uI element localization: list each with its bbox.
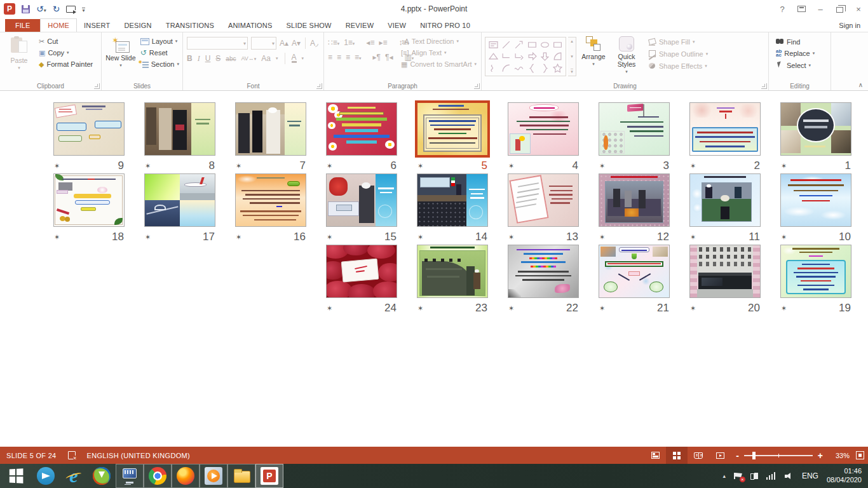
slide-image-14[interactable]: [417, 173, 488, 227]
slide-image-15[interactable]: [326, 173, 397, 227]
shape-glyph-9[interactable]: [527, 51, 537, 61]
slide-thumbnail-6[interactable]: ✶6: [326, 102, 397, 172]
slide-image-11[interactable]: [689, 173, 761, 227]
rtl-direction-button[interactable]: ▸¶: [373, 53, 381, 62]
minimize-button[interactable]: –: [811, 1, 830, 17]
slide-image-19[interactable]: [780, 245, 851, 298]
slide-image-3[interactable]: [599, 102, 670, 156]
reading-view-button[interactable]: [688, 447, 709, 464]
slide-thumbnail-18[interactable]: ✶18: [53, 173, 125, 243]
text-direction-button[interactable]: ↕AText Direction▾: [399, 37, 478, 46]
taskbar-firefox-button[interactable]: [172, 464, 200, 488]
format-painter-button[interactable]: ◆Format Painter: [37, 60, 95, 69]
arrange-button[interactable]: Arrange▾: [576, 34, 611, 67]
clear-formatting-button[interactable]: A◞: [310, 39, 318, 48]
paste-button[interactable]: Paste▾: [1, 34, 37, 71]
shape-glyph-5[interactable]: [553, 40, 562, 50]
taskbar-powerpoint-button[interactable]: P: [255, 464, 283, 488]
align-center-button[interactable]: ≡: [337, 53, 341, 62]
zoom-slider[interactable]: [744, 455, 813, 456]
paragraph-dialog-launcher[interactable]: [474, 83, 480, 89]
shrink-font-button[interactable]: A▾: [292, 39, 301, 48]
gallery-down-icon[interactable]: ▾: [571, 54, 573, 59]
slide-thumbnail-5[interactable]: ✶5: [417, 102, 488, 172]
layout-button[interactable]: Layout▾: [139, 37, 181, 46]
slide-thumbnail-17[interactable]: ✶17: [144, 173, 215, 243]
restore-button[interactable]: [830, 1, 849, 17]
slide-thumbnail-24[interactable]: ✶24: [326, 245, 397, 315]
slide-thumbnail-10[interactable]: ✶10: [780, 173, 851, 243]
abc-strike-button[interactable]: abc: [226, 55, 236, 62]
slide-thumbnail-7[interactable]: ✶7: [235, 102, 306, 172]
powerpoint-logo-icon[interactable]: P: [4, 3, 15, 15]
gallery-more-icon[interactable]: ▾: [571, 69, 573, 74]
character-spacing-button[interactable]: AV↔▾: [241, 55, 256, 62]
shape-glyph-4[interactable]: [540, 40, 550, 50]
show-hidden-icons-icon[interactable]: ▴: [722, 473, 726, 479]
slide-image-18[interactable]: [53, 173, 125, 227]
shape-glyph-12[interactable]: [489, 64, 498, 73]
spell-check-icon[interactable]: [68, 451, 76, 459]
align-left-button[interactable]: ≡: [328, 53, 332, 62]
zoom-in-button[interactable]: +: [818, 451, 823, 461]
taskbar-telegram-button[interactable]: [32, 464, 60, 488]
slide-thumbnail-11[interactable]: ✶11: [689, 173, 761, 243]
slide-image-17[interactable]: [144, 173, 215, 227]
start-button[interactable]: [0, 464, 32, 488]
shape-glyph-1[interactable]: [501, 40, 511, 50]
slide-thumbnail-9[interactable]: ✶9: [53, 102, 125, 172]
shapes-gallery-scroll[interactable]: ▴ ▾ ▾: [568, 37, 576, 76]
sign-in-link[interactable]: Sign in: [839, 22, 860, 29]
tab-slide-show[interactable]: SLIDE SHOW: [280, 19, 339, 32]
slide-thumbnail-15[interactable]: ✶15: [326, 173, 397, 243]
reset-button[interactable]: ↺Reset: [139, 48, 181, 57]
grow-font-button[interactable]: A▴: [280, 39, 288, 48]
slide-sorter-canvas[interactable]: ✶9✶8✶7✶6✶5✶4✶3✶2✶1✶18✶17✶16✶15✶14✶13✶12✶…: [0, 92, 868, 447]
italic-button[interactable]: I: [198, 54, 200, 64]
clock[interactable]: 01:46 08/04/2020: [827, 467, 862, 485]
slide-image-7[interactable]: [235, 102, 306, 156]
shapes-gallery[interactable]: [485, 37, 566, 76]
shape-glyph-3[interactable]: [527, 40, 537, 50]
underline-button[interactable]: U: [205, 54, 211, 63]
font-size-combo[interactable]: ▾: [251, 37, 276, 50]
gallery-up-icon[interactable]: ▴: [571, 39, 573, 44]
taskbar-media-player-button[interactable]: [200, 464, 227, 488]
zoom-slider-thumb[interactable]: [752, 452, 756, 459]
taskbar-file-explorer-button[interactable]: [227, 464, 255, 488]
slide-image-4[interactable]: [508, 102, 579, 156]
network-signal-icon[interactable]: [766, 472, 776, 480]
slide-image-21[interactable]: [599, 245, 670, 298]
slide-image-22[interactable]: [508, 245, 579, 298]
shape-effects-button[interactable]: Shape Effects▾: [646, 61, 710, 71]
shape-fill-button[interactable]: Shape Fill▾: [646, 37, 710, 46]
slide-thumbnail-20[interactable]: ✶20: [689, 245, 761, 315]
drawing-dialog-launcher[interactable]: [761, 83, 767, 89]
taskbar-chrome-button[interactable]: [144, 464, 172, 488]
undo-dropdown-icon[interactable]: ▾: [44, 8, 46, 13]
slide-image-1[interactable]: [780, 102, 851, 156]
shape-glyph-13[interactable]: [501, 64, 511, 73]
tab-insert[interactable]: INSERT: [77, 19, 117, 32]
slide-image-13[interactable]: [508, 173, 579, 227]
font-dialog-launcher[interactable]: [316, 83, 322, 89]
undo-icon[interactable]: ↺▾: [36, 4, 46, 13]
slide-image-23[interactable]: [417, 245, 488, 298]
slide-image-10[interactable]: [780, 173, 851, 227]
shape-glyph-0[interactable]: [489, 40, 498, 50]
quick-styles-button[interactable]: Quick Styles▾: [611, 34, 642, 74]
slideshow-view-button[interactable]: [709, 447, 731, 464]
tab-home[interactable]: HOME: [40, 18, 77, 32]
slide-thumbnail-1[interactable]: ✶1: [780, 102, 851, 172]
customize-qat-icon[interactable]: ▾: [82, 8, 85, 13]
close-button[interactable]: ×: [849, 1, 868, 17]
ribbon-display-options-button[interactable]: [792, 1, 811, 17]
save-icon[interactable]: [22, 5, 30, 13]
change-case-button[interactable]: Aa: [261, 54, 271, 63]
slide-thumbnail-22[interactable]: ✶22: [508, 245, 579, 315]
slide-thumbnail-13[interactable]: ✶13: [508, 173, 579, 243]
slide-thumbnail-23[interactable]: ✶23: [417, 245, 488, 315]
tab-review[interactable]: REVIEW: [339, 19, 381, 32]
section-button[interactable]: Section▾: [139, 60, 181, 69]
slide-thumbnail-14[interactable]: ✶14: [417, 173, 488, 243]
